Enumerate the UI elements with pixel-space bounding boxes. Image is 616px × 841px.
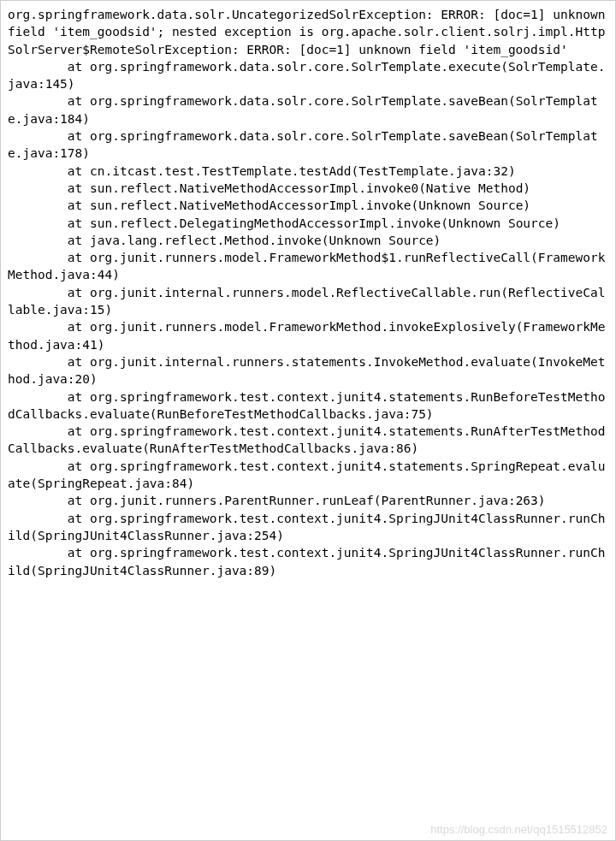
- watermark-text: https://blog.csdn.net/qq1515512852: [430, 822, 607, 838]
- stacktrace-block: org.springframework.data.solr.Uncategori…: [8, 6, 608, 579]
